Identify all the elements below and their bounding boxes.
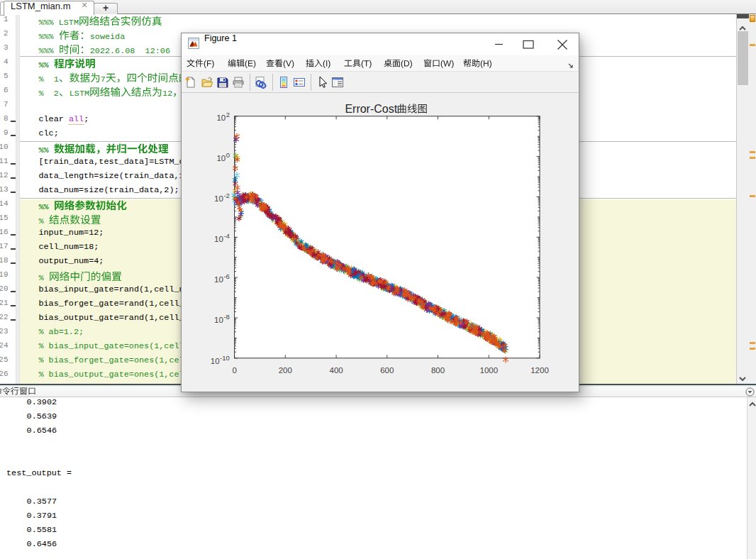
svg-text:10: 10 <box>211 357 220 365</box>
svg-text:10: 10 <box>214 235 223 243</box>
svg-text:10: 10 <box>214 194 223 203</box>
svg-text:Error-Cost: Error-Cost <box>345 103 397 115</box>
svg-text:-2: -2 <box>223 192 229 199</box>
svg-text:1200: 1200 <box>530 366 549 375</box>
svg-text:800: 800 <box>431 366 445 375</box>
svg-text:400: 400 <box>330 366 343 375</box>
svg-text:-10: -10 <box>220 354 230 362</box>
svg-text:10: 10 <box>216 114 226 122</box>
svg-text:0: 0 <box>232 366 236 375</box>
svg-text:0: 0 <box>226 151 230 159</box>
svg-text:-6: -6 <box>223 272 229 280</box>
svg-text:10: 10 <box>214 316 223 324</box>
svg-text:1000: 1000 <box>480 366 499 375</box>
svg-text:200: 200 <box>279 366 292 375</box>
svg-text:-4: -4 <box>223 232 229 240</box>
svg-text:600: 600 <box>380 366 394 375</box>
svg-text:2: 2 <box>226 111 230 118</box>
svg-text:-8: -8 <box>223 313 229 321</box>
svg-text:10: 10 <box>214 275 223 284</box>
svg-text:10: 10 <box>216 154 226 162</box>
